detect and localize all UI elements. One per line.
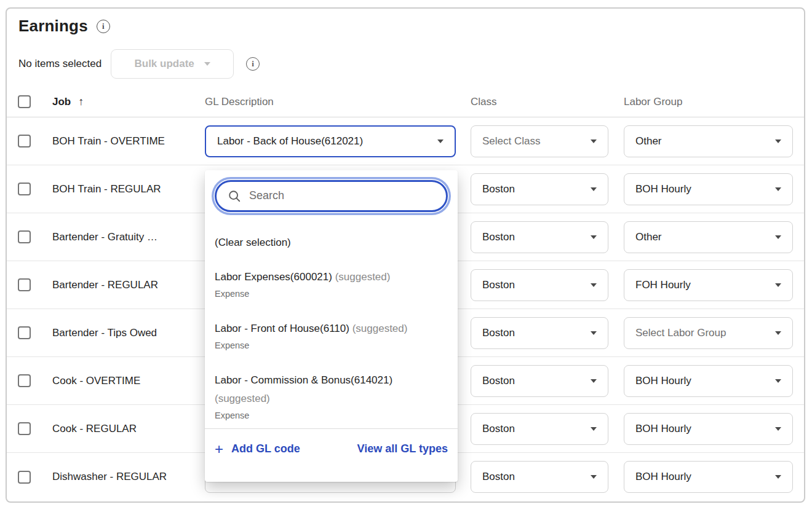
row-checkbox[interactable] xyxy=(18,183,31,195)
row-checkbox[interactable] xyxy=(18,230,31,243)
labor-group-value: Other xyxy=(635,231,775,243)
add-gl-code-button[interactable]: + Add GL code xyxy=(215,442,300,457)
job-label: Bartender - Gratuity … xyxy=(52,231,205,243)
labor-group-select[interactable]: BOH Hourly xyxy=(624,413,793,445)
search-icon xyxy=(228,189,241,203)
job-label: Dishwasher - REGULAR xyxy=(52,471,205,483)
chevron-down-icon xyxy=(775,427,781,431)
chevron-down-icon xyxy=(204,62,210,66)
chevron-down-icon xyxy=(591,379,597,383)
chevron-down-icon xyxy=(437,140,444,143)
labor-group-value: BOH Hourly xyxy=(635,471,775,483)
class-select[interactable]: Select Class xyxy=(471,125,608,157)
row-checkbox[interactable] xyxy=(18,471,31,484)
class-value: Boston xyxy=(482,327,591,339)
class-value: Boston xyxy=(482,279,591,291)
add-gl-code-label: Add GL code xyxy=(231,442,300,455)
column-header-gl-description: GL Description xyxy=(205,96,471,108)
column-header-class: Class xyxy=(471,96,624,108)
class-value: Select Class xyxy=(482,135,591,147)
chevron-down-icon xyxy=(775,187,781,191)
class-select[interactable]: Boston xyxy=(471,317,608,349)
chevron-down-icon xyxy=(775,475,781,479)
labor-group-value: FOH Hourly xyxy=(635,279,775,291)
gl-option[interactable]: Labor - Front of House(6110) (suggested)… xyxy=(215,320,448,352)
job-label: Bartender - REGULAR xyxy=(52,279,205,291)
class-select[interactable]: Boston xyxy=(471,461,608,493)
job-label: BOH Train - OVERTIME xyxy=(52,135,205,147)
class-select[interactable]: Boston xyxy=(471,269,608,301)
column-header-job[interactable]: Job ↑ xyxy=(52,95,205,108)
chevron-down-icon xyxy=(591,475,597,479)
gl-description-select[interactable]: Labor - Back of House(612021) xyxy=(205,125,456,157)
labor-group-select[interactable]: BOH Hourly xyxy=(624,461,793,493)
labor-group-select[interactable]: BOH Hourly xyxy=(624,365,793,397)
class-value: Boston xyxy=(482,231,591,243)
row-checkbox[interactable] xyxy=(18,374,31,387)
page-title: Earnings xyxy=(18,17,88,36)
chevron-down-icon xyxy=(775,331,781,335)
gl-option[interactable]: Labor - Commission & Bonus(614021) (sugg… xyxy=(215,371,448,422)
gl-option-title: Labor - Commission & Bonus(614021) xyxy=(215,374,392,386)
earnings-panel: Earnings i No items selected Bulk update… xyxy=(6,7,805,503)
table-header: Job ↑ GL Description Class Labor Group xyxy=(7,87,804,117)
chevron-down-icon xyxy=(591,187,597,191)
bulk-update-button[interactable]: Bulk update xyxy=(111,49,234,79)
class-select[interactable]: Boston xyxy=(471,173,608,205)
labor-group-value: Other xyxy=(635,135,775,147)
row-checkbox[interactable] xyxy=(18,135,31,147)
table-row: BOH Train - OVERTIME Labor - Back of Hou… xyxy=(7,117,804,165)
labor-group-value: BOH Hourly xyxy=(635,183,775,195)
sort-ascending-icon: ↑ xyxy=(78,95,84,108)
clear-selection-option[interactable]: (Clear selection) xyxy=(215,237,448,249)
bulk-update-label: Bulk update xyxy=(134,58,194,70)
column-header-job-label: Job xyxy=(52,96,71,108)
dropdown-search-input[interactable] xyxy=(249,189,435,202)
chevron-down-icon xyxy=(775,140,781,143)
dropdown-footer: + Add GL code View all GL types xyxy=(215,429,448,470)
labor-group-value: Select Labor Group xyxy=(635,327,775,339)
bulk-controls: No items selected Bulk update i xyxy=(7,49,804,79)
class-value: Boston xyxy=(482,183,591,195)
row-checkbox[interactable] xyxy=(18,422,31,435)
labor-group-select[interactable]: BOH Hourly xyxy=(624,173,793,205)
class-select[interactable]: Boston xyxy=(471,413,608,445)
labor-group-select[interactable]: Other xyxy=(624,221,793,253)
row-checkbox[interactable] xyxy=(18,278,31,291)
job-label: BOH Train - REGULAR xyxy=(52,183,205,195)
panel-header: Earnings i xyxy=(7,9,804,36)
gl-option-title: Labor Expenses(600021) xyxy=(215,271,332,283)
row-checkbox[interactable] xyxy=(18,326,31,339)
class-value: Boston xyxy=(482,471,591,483)
suggested-tag: (suggested) xyxy=(215,393,270,404)
info-icon[interactable]: i xyxy=(246,57,260,71)
select-all-checkbox[interactable] xyxy=(18,95,31,108)
labor-group-select[interactable]: Select Labor Group xyxy=(624,317,793,349)
chevron-down-icon xyxy=(591,331,597,335)
suggested-tag: (suggested) xyxy=(352,323,408,334)
job-label: Cook - REGULAR xyxy=(52,423,205,435)
gl-option-type: Expense xyxy=(215,288,448,301)
info-icon[interactable]: i xyxy=(97,20,110,33)
chevron-down-icon xyxy=(591,235,597,239)
class-select[interactable]: Boston xyxy=(471,221,608,253)
gl-description-dropdown: (Clear selection) Labor Expenses(600021)… xyxy=(205,170,458,482)
chevron-down-icon xyxy=(775,235,781,239)
suggested-tag: (suggested) xyxy=(335,271,391,283)
dropdown-search-box[interactable] xyxy=(215,180,448,212)
job-label: Bartender - Tips Owed xyxy=(52,327,205,339)
job-label: Cook - OVERTIME xyxy=(52,375,205,387)
selection-status: No items selected xyxy=(18,58,102,70)
column-header-labor-group: Labor Group xyxy=(624,96,804,108)
chevron-down-icon xyxy=(591,283,597,287)
labor-group-select[interactable]: FOH Hourly xyxy=(624,269,793,301)
gl-option[interactable]: Labor Expenses(600021) (suggested) Expen… xyxy=(215,268,448,301)
plus-icon: + xyxy=(215,442,223,457)
labor-group-value: BOH Hourly xyxy=(635,423,775,435)
gl-option-type: Expense xyxy=(215,409,448,422)
class-select[interactable]: Boston xyxy=(471,365,608,397)
labor-group-select[interactable]: Other xyxy=(624,125,793,157)
view-all-gl-types-link[interactable]: View all GL types xyxy=(357,442,448,455)
chevron-down-icon xyxy=(775,283,781,287)
gl-option-title: Labor - Front of House(6110) xyxy=(215,323,349,334)
